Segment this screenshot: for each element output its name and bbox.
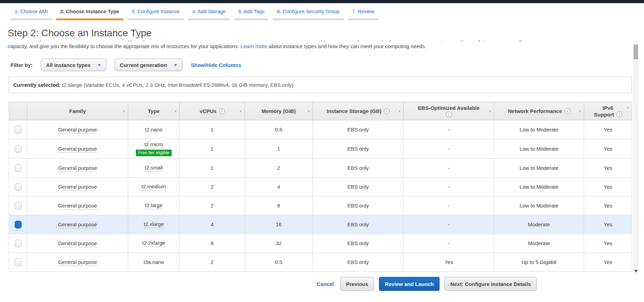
family-cell: General purpose <box>27 234 128 253</box>
tab-configure-instance[interactable]: 3. Configure Instance <box>127 9 184 20</box>
network-performance-cell: Low to Moderate <box>494 196 584 215</box>
network-performance-cell: Low to Moderate <box>494 120 584 139</box>
row-checkbox[interactable] <box>15 126 22 134</box>
info-icon[interactable]: i <box>565 108 570 114</box>
type-cell: t3a.nano <box>128 253 180 272</box>
row-checkbox[interactable] <box>15 221 22 228</box>
column-label-family: Family <box>69 108 86 114</box>
row-checkbox[interactable] <box>15 164 22 172</box>
type-cell: t2.medium <box>128 178 180 196</box>
column-header-ebs-optimized[interactable]: EBS-Optimized Available i ▼ <box>404 102 494 120</box>
family-cell-value[interactable]: General purpose <box>58 146 97 153</box>
row-checkbox[interactable] <box>15 145 22 153</box>
family-cell: General purpose <box>27 196 128 215</box>
console-top-bar <box>0 0 644 3</box>
info-icon[interactable]: i <box>446 112 452 117</box>
info-icon[interactable]: i <box>219 108 225 114</box>
family-cell: General purpose <box>27 120 128 139</box>
tab-review[interactable]: 7. Review <box>348 9 379 20</box>
family-cell-value[interactable]: General purpose <box>58 165 97 172</box>
free-tier-badge: Free tier eligible <box>136 150 172 156</box>
instance-family-filter-dropdown[interactable]: All instance types ▼ <box>41 59 106 71</box>
sort-caret-icon: ▼ <box>174 110 177 113</box>
sort-caret-icon: ▼ <box>489 110 491 113</box>
ebs-optimized-cell: - <box>404 215 494 234</box>
review-and-launch-button[interactable]: Review and Launch <box>379 277 440 291</box>
next-configure-instance-details-button[interactable]: Next: Configure Instance Details <box>444 277 537 291</box>
row-checkbox[interactable] <box>15 183 22 191</box>
instance-row[interactable]: General purpose t2.micro Free tier eligi… <box>9 139 632 159</box>
instance-row[interactable]: General purpose t3a.nano 2 0.5 EBS only … <box>9 253 632 272</box>
tab-choose-instance-type[interactable]: 2. Choose Instance Type <box>56 9 123 20</box>
instance-type-cell-value[interactable]: t2.medium <box>141 183 166 190</box>
filter-toolbar: Filter by: All instance types ▼ Current … <box>10 59 644 71</box>
family-cell-value[interactable]: General purpose <box>58 240 97 247</box>
instance-storage-cell: EBS only <box>313 215 404 234</box>
column-header-instance-storage[interactable]: Instance Storage (GB) i ▼ <box>313 102 404 120</box>
instance-type-cell-value[interactable]: t2.small <box>145 165 163 172</box>
row-checkbox[interactable] <box>15 258 22 266</box>
intro-text-after-link: about instance types and how they can me… <box>269 43 426 49</box>
page-title: Step 2: Choose an Instance Type <box>0 20 644 40</box>
family-cell-value[interactable]: General purpose <box>58 127 97 134</box>
column-label-ebs-optimized: EBS-Optimized Available <box>418 105 480 111</box>
instance-type-cell-value[interactable]: t2.xlarge <box>144 221 164 228</box>
family-cell-value[interactable]: General purpose <box>58 203 97 210</box>
instance-row[interactable]: General purpose t2.2xlarge 8 32 EBS only… <box>9 234 632 253</box>
scrollbar-down-arrow-icon[interactable] <box>633 268 638 274</box>
column-header-network-performance[interactable]: Network Performance i ▼ <box>494 102 584 120</box>
tab-add-tags[interactable]: 5. Add Tags <box>234 9 269 20</box>
instance-type-cell-value[interactable]: t2.large <box>145 202 162 209</box>
column-header-type[interactable]: Type ▼ <box>128 102 180 120</box>
ebs-optimized-cell: - <box>404 178 494 196</box>
column-header-family[interactable]: Family ▼ <box>27 102 128 120</box>
sort-caret-icon: ▼ <box>627 106 629 110</box>
ebs-optimized-cell: - <box>404 234 494 253</box>
instance-type-cell-value[interactable]: t2.micro <box>145 141 163 148</box>
currently-selected-value: t2.xlarge (Variable ECUs, 4 vCPUs, 2.3 G… <box>62 82 294 88</box>
family-cell-value[interactable]: General purpose <box>58 221 97 228</box>
tab-choose-ami[interactable]: 1. Choose AMI <box>10 9 52 20</box>
info-icon[interactable]: i <box>616 112 622 117</box>
memory-cell: 1 <box>245 139 313 159</box>
instance-row[interactable]: General purpose t2.medium 2 4 EBS only -… <box>9 178 632 196</box>
instance-type-cell-value[interactable]: t3a.nano <box>143 259 164 265</box>
instance-row[interactable]: General purpose t2.small 1 2 EBS only - … <box>9 159 632 178</box>
vcpus-cell: 1 <box>180 120 245 139</box>
network-performance-cell: Moderate <box>494 215 584 234</box>
currently-selected-summary: Currently selected: t2.xlarge (Variable … <box>9 77 632 93</box>
network-performance-cell: Up to 5 Gigabit <box>494 253 584 272</box>
instance-storage-cell: EBS only <box>313 234 404 253</box>
show-hide-columns-link[interactable]: Show/Hide Columns <box>191 62 241 68</box>
instance-row[interactable]: General purpose t2.xlarge 4 16 EBS only … <box>9 215 632 234</box>
generation-filter-dropdown[interactable]: Current generation ▼ <box>115 59 183 71</box>
row-checkbox[interactable] <box>15 240 22 247</box>
instance-type-cell-value[interactable]: t2.nano <box>145 127 162 133</box>
instance-row[interactable]: General purpose t2.large 2 8 EBS only - … <box>9 196 632 215</box>
vcpus-cell: 1 <box>180 139 245 159</box>
column-header-memory[interactable]: Memory (GiB) ▼ <box>245 102 313 120</box>
info-icon[interactable]: i <box>384 108 389 114</box>
family-cell-value[interactable]: General purpose <box>58 184 97 191</box>
page-scrollbar[interactable] <box>633 34 638 275</box>
tab-configure-security-group[interactable]: 6. Configure Security Group <box>273 9 344 20</box>
row-checkbox[interactable] <box>15 202 22 210</box>
vcpus-cell: 2 <box>180 178 245 196</box>
tab-add-storage[interactable]: 4. Add Storage <box>188 9 230 20</box>
ec2-launch-wizard-screen: 1. Choose AMI 2. Choose Instance Type 3.… <box>0 0 644 302</box>
cancel-link[interactable]: Cancel <box>317 281 334 287</box>
ipv6-support-cell: Yes <box>584 234 632 253</box>
network-performance-cell: Moderate <box>494 234 584 253</box>
row-select-cell <box>9 234 27 253</box>
previous-button[interactable]: Previous <box>340 277 374 291</box>
sort-caret-icon: ▼ <box>123 110 125 113</box>
instance-row[interactable]: General purpose t2.nano 1 0.5 EBS only -… <box>9 120 632 139</box>
learn-more-link[interactable]: Learn more <box>240 43 267 49</box>
instance-type-cell-value[interactable]: t2.2xlarge <box>142 240 165 247</box>
family-cell-value[interactable]: General purpose <box>58 259 97 266</box>
ebs-optimized-cell: - <box>404 139 494 159</box>
column-header-ipv6-support[interactable]: IPv6 Support i ▼ <box>584 102 632 120</box>
column-header-vcpus[interactable]: vCPUs i ▼ <box>180 102 245 120</box>
ebs-optimized-cell: - <box>404 159 494 178</box>
family-cell: General purpose <box>27 178 128 196</box>
